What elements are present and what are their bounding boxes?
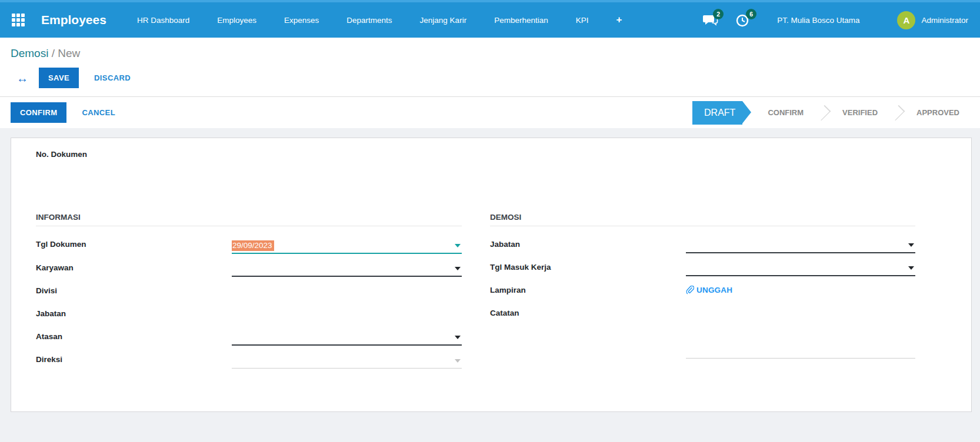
status-approved[interactable]: APPROVED (904, 108, 972, 117)
tgl-masuk-kerja-field[interactable] (686, 261, 915, 276)
confirm-button[interactable]: CONFIRM (11, 102, 66, 123)
jabatan-field (232, 307, 462, 323)
status-pipeline: DRAFT CONFIRM VERIFIED APPROVED (692, 97, 972, 128)
field-label: Karyawan (36, 262, 232, 277)
messages-button[interactable]: 2 (703, 13, 718, 27)
chevron-down-icon (455, 359, 461, 363)
chevron-down-icon (908, 243, 914, 247)
field-label: Lampiran (490, 284, 686, 299)
status-verified[interactable]: VERIFIED (830, 108, 890, 117)
user-avatar[interactable]: A (897, 11, 915, 29)
breadcrumb-parent[interactable]: Demosi (11, 47, 48, 59)
company-name[interactable]: PT. Mulia Bosco Utama (777, 16, 859, 25)
main-content: No. Dokumen INFORMASI Tgl Dokumen 29/09/… (0, 128, 980, 412)
section-title-demosi: DEMOSI (490, 213, 915, 226)
section-demosi: DEMOSI Jabatan Tgl Masuk Kerja Lampiran (490, 213, 915, 376)
section-title-informasi: INFORMASI (36, 213, 462, 226)
field-row-tgl-masuk-kerja: Tgl Masuk Kerja (490, 261, 915, 276)
nav-item-expenses[interactable]: Expenses (284, 16, 319, 25)
nav-item-departments[interactable]: Departments (346, 16, 392, 25)
user-name[interactable]: Administrator (921, 16, 968, 25)
chevron-down-icon (455, 244, 461, 247)
control-panel: Demosi / New ↔ SAVE DISCARD (0, 38, 980, 96)
top-navbar: Employees HR Dashboard Employees Expense… (0, 0, 980, 38)
app-title: Employees (41, 13, 106, 27)
field-row-tgl-dokumen: Tgl Dokumen 29/09/2023 (36, 238, 462, 254)
field-label: Jabatan (36, 307, 232, 323)
field-label: Direksi (36, 353, 232, 369)
statusbar: CONFIRM CANCEL DRAFT CONFIRM VERIFIED AP… (0, 96, 980, 128)
no-dokumen-label: No. Dokumen (36, 150, 915, 159)
activities-button[interactable]: 6 (736, 13, 751, 27)
breadcrumb-separator: / (48, 47, 58, 59)
field-row-catatan: Catatan (490, 307, 915, 359)
form-sheet: No. Dokumen INFORMASI Tgl Dokumen 29/09/… (11, 138, 972, 412)
field-row-jabatan: Jabatan (36, 307, 462, 323)
chat-bubble-icon (703, 19, 718, 29)
field-row-direksi: Direksi (36, 353, 462, 369)
navbar-right: 2 6 PT. Mulia Bosco Utama A Administrato… (703, 11, 968, 29)
chevron-separator-icon (815, 105, 831, 120)
divisi-field (232, 284, 462, 300)
field-row-karyawan: Karyawan (36, 262, 462, 277)
chevron-down-icon (455, 267, 461, 270)
field-row-lampiran: Lampiran UNGGAH (490, 284, 915, 299)
catatan-field[interactable] (686, 307, 915, 359)
nav-item-hr-dashboard[interactable]: HR Dashboard (137, 16, 189, 25)
status-draft[interactable]: DRAFT (692, 101, 742, 125)
field-row-jabatan-baru: Jabatan (490, 238, 915, 253)
field-row-atasan: Atasan (36, 330, 462, 346)
chevron-separator-icon (889, 105, 905, 120)
section-informasi: INFORMASI Tgl Dokumen 29/09/2023 Karyawa… (36, 213, 462, 376)
form-actions: ↔ SAVE DISCARD (11, 68, 969, 88)
field-label: Jabatan (490, 238, 686, 253)
chevron-down-icon (908, 266, 914, 270)
direksi-field (232, 353, 462, 369)
atasan-field[interactable] (232, 330, 462, 346)
field-label: Tgl Masuk Kerja (490, 261, 686, 276)
cancel-button[interactable]: CANCEL (78, 108, 119, 118)
swap-arrow-icon[interactable]: ↔ (16, 72, 28, 84)
jabatan-baru-field[interactable] (686, 238, 915, 253)
nav-menu: HR Dashboard Employees Expenses Departme… (137, 14, 646, 26)
paperclip-icon (686, 286, 694, 294)
karyawan-field[interactable] (232, 262, 462, 277)
form-groups: INFORMASI Tgl Dokumen 29/09/2023 Karyawa… (36, 213, 915, 376)
chevron-down-icon (455, 336, 461, 339)
nav-item-pemberhentian[interactable]: Pemberhentian (494, 16, 548, 25)
nav-item-kpi[interactable]: KPI (576, 16, 589, 25)
field-label: Divisi (36, 284, 232, 300)
messages-badge: 2 (713, 9, 724, 19)
discard-button[interactable]: DISCARD (91, 73, 134, 83)
clock-icon (736, 19, 750, 29)
breadcrumb: Demosi / New (11, 47, 969, 60)
activities-badge: 6 (746, 9, 756, 19)
nav-item-jenjang-karir[interactable]: Jenjang Karir (420, 16, 467, 25)
save-button[interactable]: SAVE (39, 68, 79, 88)
field-label: Atasan (36, 330, 232, 346)
tgl-dokumen-field[interactable]: 29/09/2023 (232, 238, 462, 254)
field-label: Tgl Dokumen (36, 238, 232, 254)
field-label: Catatan (490, 307, 686, 359)
upload-button[interactable]: UNGGAH (686, 286, 732, 294)
nav-item-employees[interactable]: Employees (217, 16, 256, 25)
apps-grid-icon[interactable] (12, 14, 27, 26)
lampiran-field: UNGGAH (686, 284, 915, 299)
nav-add-button[interactable]: + (616, 14, 622, 26)
tgl-dokumen-value: 29/09/2023 (232, 240, 274, 251)
breadcrumb-current: New (58, 47, 80, 59)
status-confirm[interactable]: CONFIRM (755, 108, 816, 117)
field-row-divisi: Divisi (36, 284, 462, 300)
